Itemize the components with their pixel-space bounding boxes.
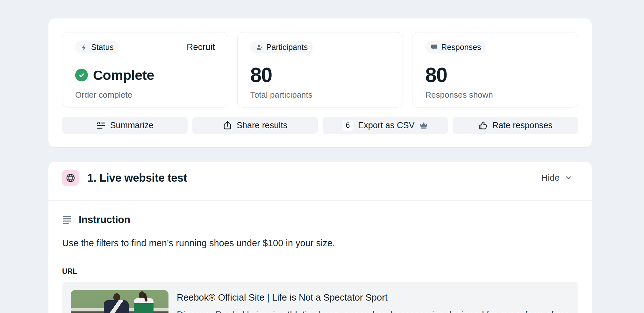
share-icon (223, 121, 232, 130)
hide-label: Hide (541, 173, 560, 183)
status-pill: Status (75, 41, 119, 53)
summarize-label: Summarize (110, 121, 154, 130)
align-left-icon (62, 215, 72, 225)
users-icon (256, 44, 263, 51)
export-count-badge: 6 (342, 120, 354, 131)
responses-pill-label: Responses (441, 43, 481, 52)
figure-man (104, 293, 129, 313)
responses-pill: Responses (425, 41, 486, 53)
responses-value: 80 (425, 63, 447, 87)
responses-value-row: 80 (425, 63, 447, 87)
url-preview-card[interactable]: Reebok® Official Site | Life is Not a Sp… (62, 282, 578, 313)
live-website-test-panel: 1. Live website test Hide Instruction Us… (48, 162, 592, 313)
share-results-label: Share results (237, 121, 287, 130)
chat-bubble-icon (431, 44, 438, 51)
globe-icon (66, 173, 75, 183)
recruit-link[interactable]: Recruit (187, 42, 215, 52)
status-pill-label: Status (91, 43, 114, 52)
actions-row: Summarize Share results 6 Export as CSV … (62, 117, 578, 134)
url-label: URL (62, 267, 77, 276)
figure-woman (134, 291, 156, 313)
url-preview-title: Reebok® Official Site | Life is Not a Sp… (177, 292, 388, 303)
header-divider (48, 200, 592, 201)
responses-subtext: Responses shown (425, 90, 493, 100)
participants-subtext: Total participants (250, 90, 312, 100)
instruction-section-head: Instruction (62, 214, 130, 226)
participants-pill: Participants (250, 41, 313, 53)
rate-responses-button[interactable]: Rate responses (453, 117, 578, 134)
share-results-button[interactable]: Share results (192, 117, 318, 134)
export-csv-label: Export as CSV (358, 121, 414, 130)
instruction-text: Use the filters to find men’s running sh… (62, 238, 335, 248)
summarize-button[interactable]: Summarize (62, 117, 188, 134)
status-value-row: Complete (75, 63, 154, 87)
rate-responses-label: Rate responses (492, 121, 553, 130)
chevron-down-icon (564, 174, 573, 182)
responses-card: Responses 80 Responses shown (412, 32, 578, 108)
participants-pill-label: Participants (266, 43, 308, 52)
status-value: Complete (93, 67, 154, 83)
url-preview-image (71, 290, 168, 313)
participants-card: Participants 80 Total participants (237, 32, 403, 108)
instruction-title: Instruction (79, 214, 130, 226)
summary-panel: Status Recruit Complete Order complete P… (48, 18, 592, 147)
summarize-icon (96, 121, 106, 130)
url-preview-description: Discover Reebok's iconic athletic shoes,… (177, 310, 569, 313)
status-card: Status Recruit Complete Order complete (62, 32, 228, 108)
crown-icon (419, 121, 428, 130)
hide-toggle[interactable]: Hide (541, 173, 573, 183)
zap-icon (81, 44, 88, 51)
block-title: 1. Live website test (87, 171, 187, 184)
stat-cards-row: Status Recruit Complete Order complete P… (62, 32, 578, 108)
thumbs-up-icon (478, 121, 488, 130)
participants-value-row: 80 (250, 63, 272, 87)
block-type-badge (62, 170, 79, 186)
participants-value: 80 (250, 63, 272, 87)
check-circle-icon (75, 69, 88, 81)
status-subtext: Order complete (75, 90, 132, 100)
export-csv-button[interactable]: 6 Export as CSV (323, 117, 448, 134)
